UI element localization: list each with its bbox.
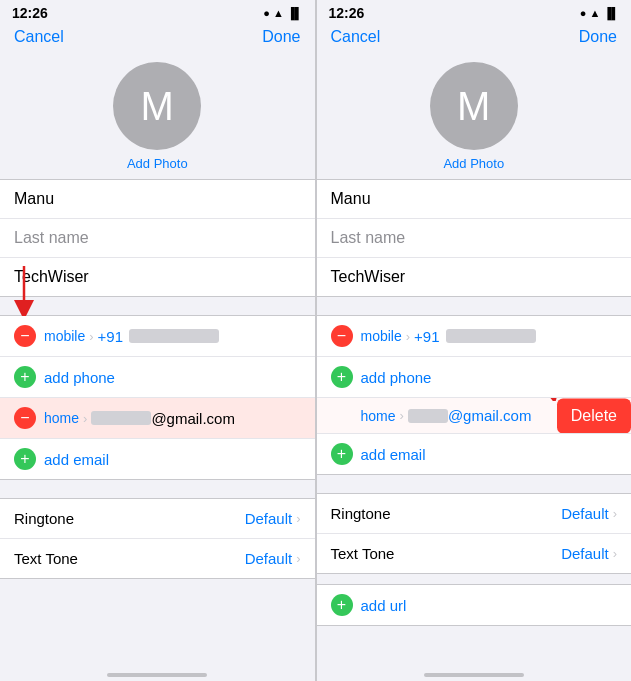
left-panel: 12:26 ● ▲ ▐▌ Cancel Done M Add Photo Man…: [0, 0, 316, 681]
time-right: 12:26: [329, 5, 365, 21]
add-phone-label-left: add phone: [44, 369, 115, 386]
delete-button-right[interactable]: Delete: [557, 398, 631, 433]
first-name-field-right[interactable]: Manu: [317, 180, 632, 219]
add-email-icon-right[interactable]: +: [331, 443, 353, 465]
phone-row-right[interactable]: − mobile › +91: [317, 316, 632, 357]
add-phone-icon-left[interactable]: +: [14, 366, 36, 388]
settings-section-left: Ringtone Default › Text Tone Default ›: [0, 498, 315, 579]
cancel-button-left[interactable]: Cancel: [14, 28, 64, 46]
time-left: 12:26: [12, 5, 48, 21]
right-panel: 12:26 ● ▲ ▐▌ Cancel Done M Add Photo Man…: [316, 0, 632, 681]
texttone-label-left: Text Tone: [14, 550, 245, 567]
last-name-field-left[interactable]: Last name: [0, 219, 315, 258]
done-button-left[interactable]: Done: [262, 28, 300, 46]
ringtone-chevron-left: ›: [296, 511, 300, 526]
settings-section-right: Ringtone Default › Text Tone Default ›: [317, 493, 632, 574]
battery-icon: ▐▌: [287, 7, 303, 19]
phone-number-left: [129, 329, 219, 343]
add-email-row-right[interactable]: + add email: [317, 434, 632, 474]
email-label-right: home: [361, 408, 396, 424]
add-email-icon-left[interactable]: +: [14, 448, 36, 470]
avatar-section-right: M Add Photo: [317, 52, 632, 179]
phone-minus-icon-left[interactable]: −: [14, 325, 36, 347]
ringtone-label-left: Ringtone: [14, 510, 245, 527]
phone-minus-icon-right[interactable]: −: [331, 325, 353, 347]
texttone-label-right: Text Tone: [331, 545, 562, 562]
ringtone-row-right[interactable]: Ringtone Default ›: [317, 494, 632, 534]
contact-section-right: − mobile › +91 + add phone home › @gmail…: [317, 315, 632, 475]
red-arrow-right: [503, 398, 563, 401]
email-address-right: [408, 409, 448, 423]
add-phone-row-left[interactable]: + add phone: [0, 357, 315, 398]
signal-icon: ●: [263, 7, 270, 19]
phone-number-right: [446, 329, 536, 343]
status-icons-left: ● ▲ ▐▌: [263, 7, 302, 19]
company-field-right[interactable]: TechWiser: [317, 258, 632, 296]
email-chevron-right: ›: [400, 408, 404, 423]
avatar-section-left: M Add Photo: [0, 52, 315, 179]
ringtone-value-left: Default: [245, 510, 293, 527]
ringtone-chevron-right: ›: [613, 506, 617, 521]
add-photo-right[interactable]: Add Photo: [443, 156, 504, 171]
email-domain-right: @gmail.com: [448, 407, 532, 424]
battery-icon-right: ▐▌: [603, 7, 619, 19]
add-phone-row-right[interactable]: + add phone: [317, 357, 632, 398]
email-chevron-left: ›: [83, 411, 87, 426]
email-address-left: [91, 411, 151, 425]
texttone-row-right[interactable]: Text Tone Default ›: [317, 534, 632, 573]
email-row-left[interactable]: − home › @gmail.com: [0, 398, 315, 439]
texttone-row-left[interactable]: Text Tone Default ›: [0, 539, 315, 578]
avatar-initial-right: M: [457, 84, 490, 129]
add-email-label-left: add email: [44, 451, 109, 468]
avatar-initial-left: M: [141, 84, 174, 129]
red-arrow-left: [14, 266, 54, 316]
email-domain-left: @gmail.com: [151, 410, 235, 427]
home-indicator-left: [0, 667, 315, 681]
wifi-icon: ▲: [273, 7, 284, 19]
phone-chevron-right: ›: [406, 329, 410, 344]
status-bar-left: 12:26 ● ▲ ▐▌: [0, 0, 315, 24]
texttone-chevron-left: ›: [296, 551, 300, 566]
add-url-row-right[interactable]: + add url: [317, 585, 632, 625]
nav-bar-left: Cancel Done: [0, 24, 315, 52]
add-photo-left[interactable]: Add Photo: [127, 156, 188, 171]
add-url-label-right: add url: [361, 597, 407, 614]
home-indicator-right: [317, 667, 632, 681]
last-name-field-right[interactable]: Last name: [317, 219, 632, 258]
avatar-left[interactable]: M: [113, 62, 201, 150]
texttone-chevron-right: ›: [613, 546, 617, 561]
email-label-left: home: [44, 410, 79, 426]
texttone-value-left: Default: [245, 550, 293, 567]
email-minus-icon-left[interactable]: −: [14, 407, 36, 429]
nav-bar-right: Cancel Done: [317, 24, 632, 52]
ringtone-value-right: Default: [561, 505, 609, 522]
name-section-right: Manu Last name TechWiser: [317, 179, 632, 297]
add-email-row-left[interactable]: + add email: [0, 439, 315, 479]
add-url-icon-right[interactable]: +: [331, 594, 353, 616]
contact-section-left: − mobile › +91 + add phone − home › @gma…: [0, 315, 315, 480]
add-email-label-right: add email: [361, 446, 426, 463]
wifi-icon-right: ▲: [590, 7, 601, 19]
phone-label-left: mobile: [44, 328, 85, 344]
ringtone-row-left[interactable]: Ringtone Default ›: [0, 499, 315, 539]
status-icons-right: ● ▲ ▐▌: [580, 7, 619, 19]
country-code-right: +91: [414, 328, 439, 345]
ringtone-label-right: Ringtone: [331, 505, 562, 522]
signal-icon-right: ●: [580, 7, 587, 19]
add-phone-icon-right[interactable]: +: [331, 366, 353, 388]
status-bar-right: 12:26 ● ▲ ▐▌: [317, 0, 632, 24]
phone-label-right: mobile: [361, 328, 402, 344]
country-code-left: +91: [98, 328, 123, 345]
phone-row-left[interactable]: − mobile › +91: [0, 316, 315, 357]
phone-chevron-left: ›: [89, 329, 93, 344]
add-phone-label-right: add phone: [361, 369, 432, 386]
done-button-right[interactable]: Done: [579, 28, 617, 46]
cancel-button-right[interactable]: Cancel: [331, 28, 381, 46]
avatar-right[interactable]: M: [430, 62, 518, 150]
texttone-value-right: Default: [561, 545, 609, 562]
add-url-section-right: + add url: [317, 584, 632, 626]
first-name-field-left[interactable]: Manu: [0, 180, 315, 219]
email-row-right[interactable]: home › @gmail.com Delete: [317, 398, 632, 434]
